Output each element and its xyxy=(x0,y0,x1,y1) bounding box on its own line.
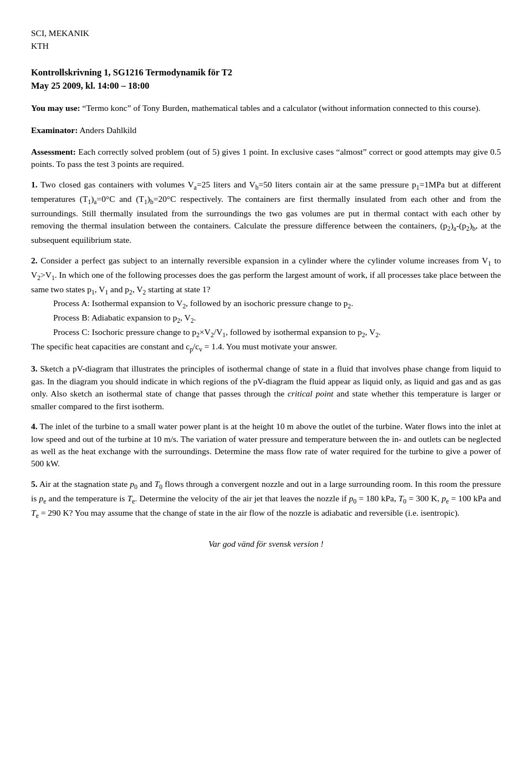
footer: Var god vänd för svensk version ! xyxy=(31,538,501,550)
assessment-label: Assessment: xyxy=(31,147,76,156)
problem-2: 2. Consider a perfect gas subject to an … xyxy=(31,255,501,355)
assessment-text: Assessment: Each correctly solved proble… xyxy=(31,146,501,171)
header-line1: SCI, MEKANIK xyxy=(31,27,501,39)
footer-text: Var god vänd för svensk version ! xyxy=(208,539,324,548)
title-block: Kontrollskrivning 1, SG1216 Termodynamik… xyxy=(31,66,501,94)
header-line2: KTH xyxy=(31,39,501,52)
problem-2-footer: The specific heat capacities are constan… xyxy=(31,340,501,355)
problem-2-number: 2. xyxy=(31,256,38,265)
header-block: SCI, MEKANIK KTH xyxy=(31,27,501,53)
process-c: Process C: Isochoric pressure change to … xyxy=(53,326,501,340)
problem-5-number: 5. xyxy=(31,479,38,489)
problem-4-text: 4. The inlet of the turbine to a small w… xyxy=(31,420,501,470)
title-line2: May 25 2009, kl. 14:00 – 18:00 xyxy=(31,79,501,93)
problem-3-text: 3. Sketch a pV-diagram that illustrates … xyxy=(31,363,501,413)
problem-4-number: 4. xyxy=(31,421,38,431)
examinator-label: Examinator: xyxy=(31,125,78,135)
problem-5-text: 5. Air at the stagnation state p0 and T0… xyxy=(31,478,501,521)
examinator-text: Examinator: Anders Dahlkild xyxy=(31,124,501,136)
problem-1-number: 1. xyxy=(31,180,38,189)
intro-text: You may use: “Termo konc” of Tony Burden… xyxy=(31,102,501,114)
critical-point-text: critical point xyxy=(288,389,333,398)
intro-label: You may use: xyxy=(31,103,80,113)
assessment-block: Assessment: Each correctly solved proble… xyxy=(31,146,501,171)
examinator-block: Examinator: Anders Dahlkild xyxy=(31,124,501,136)
problem-1: 1. Two closed gas containers with volume… xyxy=(31,179,501,247)
problem-3-number: 3. xyxy=(31,364,38,373)
problem-2-intro: 2. Consider a perfect gas subject to an … xyxy=(31,255,501,298)
intro-section: You may use: “Termo konc” of Tony Burden… xyxy=(31,102,501,114)
problem-5: 5. Air at the stagnation state p0 and T0… xyxy=(31,478,501,521)
problem-4: 4. The inlet of the turbine to a small w… xyxy=(31,420,501,470)
problem-2-processes: Process A: Isothermal expansion to V2, f… xyxy=(53,297,501,340)
process-b: Process B: Adiabatic expansion to p2, V2… xyxy=(53,312,501,326)
process-a: Process A: Isothermal expansion to V2, f… xyxy=(53,297,501,312)
examinator-name: Anders Dahlkild xyxy=(79,125,136,135)
problem-3: 3. Sketch a pV-diagram that illustrates … xyxy=(31,363,501,413)
title-line1: Kontrollskrivning 1, SG1216 Termodynamik… xyxy=(31,66,501,80)
problem-1-text: 1. Two closed gas containers with volume… xyxy=(31,179,501,247)
